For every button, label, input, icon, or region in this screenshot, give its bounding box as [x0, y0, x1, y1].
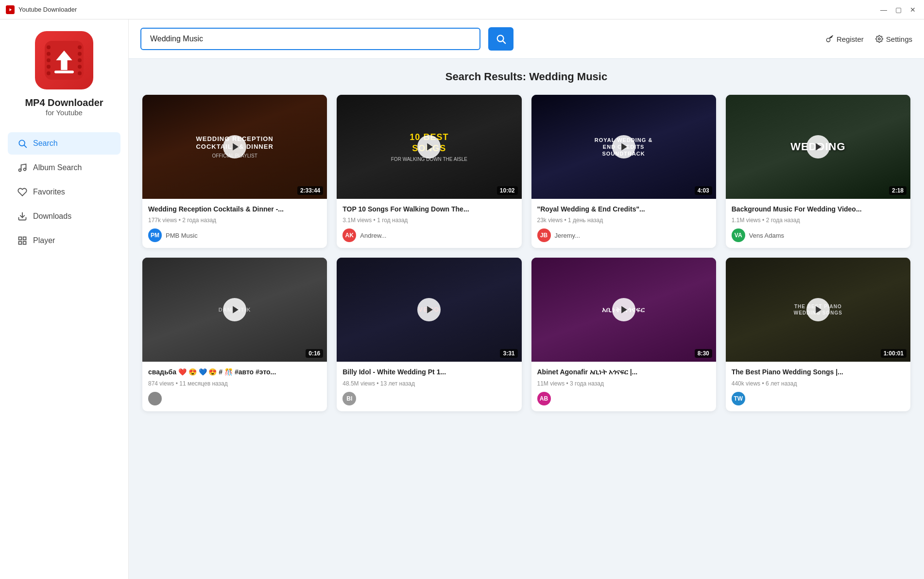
video-info: Background Music For Wedding Video... 1.…	[726, 199, 910, 248]
results-title: Search Results: Wedding Music	[142, 70, 910, 83]
music-icon	[17, 163, 27, 173]
svg-rect-22	[23, 242, 26, 245]
video-card[interactable]: Wedding 2:18 Background Music For Weddin…	[726, 95, 910, 248]
video-info: The Best Piano Wedding Songs |... 440k v…	[726, 362, 910, 411]
channel-avatar: JB	[537, 228, 551, 242]
video-meta: 440k views • 6 лет назад	[732, 380, 905, 387]
svg-point-5	[47, 58, 51, 62]
video-title: TOP 10 Songs For Walking Down The...	[342, 205, 515, 214]
svg-line-16	[24, 145, 27, 148]
sidebar-item-favorites[interactable]: Favorites	[8, 181, 120, 203]
sidebar-item-downloads-label: Downloads	[33, 212, 71, 221]
svg-point-18	[24, 168, 26, 171]
sidebar-item-favorites-label: Favorites	[33, 188, 65, 196]
svg-point-8	[78, 45, 82, 49]
settings-icon	[875, 35, 883, 43]
minimize-button[interactable]: —	[878, 4, 889, 15]
sidebar-item-player[interactable]: Player	[8, 229, 120, 252]
svg-marker-32	[816, 143, 822, 150]
channel-avatar: VA	[732, 228, 745, 242]
video-card[interactable]: DAMANTIK 0:16 свадьба ❤️ 😍 💙 😍 # 🎊 #авто…	[142, 258, 327, 411]
app-container: MP4 Downloader for Youtube Search Album …	[0, 19, 924, 579]
svg-marker-35	[621, 306, 627, 314]
duration-badge: 1:00:01	[881, 349, 907, 358]
video-meta: 23k views • 1 день назад	[537, 217, 710, 224]
play-button	[417, 298, 441, 321]
duration-badge: 0:16	[306, 349, 323, 358]
video-title: Wedding Reception Cocktails & Dinner -..…	[148, 205, 321, 214]
duration-badge: 8:30	[695, 349, 712, 358]
window-title: Youtube Downloader	[18, 6, 878, 13]
close-button[interactable]: ✕	[907, 4, 918, 15]
settings-link[interactable]: Settings	[875, 35, 912, 43]
video-channel: JB Jeremy...	[537, 228, 710, 242]
video-thumbnail: 10 BESTSONGS FOR WALKING DOWN THE AISLE …	[337, 95, 521, 199]
video-card[interactable]: WEDDING RECEPTIONCOCKTAILS & DINNER OFFI…	[142, 95, 327, 248]
search-button[interactable]	[488, 27, 513, 51]
download-icon	[17, 211, 27, 221]
video-title: "Royal Wedding & End Credits"...	[537, 205, 710, 214]
video-title: The Best Piano Wedding Songs |...	[732, 368, 905, 377]
video-card[interactable]: vevo 3:31 Billy Idol - White Wedding Pt …	[337, 258, 521, 411]
play-button	[806, 135, 830, 158]
video-info: Wedding Reception Cocktails & Dinner -..…	[142, 199, 327, 248]
channel-name: Jeremy...	[555, 232, 581, 239]
search-input-wrap	[140, 28, 480, 50]
main-content: Register Settings Search Results: Weddin…	[129, 19, 924, 579]
sidebar-item-search[interactable]: Search	[8, 132, 120, 155]
video-info: "Royal Wedding & End Credits"... 23k vie…	[531, 199, 716, 248]
duration-badge: 10:02	[497, 186, 518, 195]
svg-rect-23	[19, 242, 22, 245]
search-input[interactable]	[140, 28, 480, 50]
video-card[interactable]: አቢነት አጎናፍር 8:30 Abinet Agonafir አቢነት አጎና…	[531, 258, 716, 411]
svg-point-28	[878, 38, 880, 40]
register-label: Register	[837, 35, 864, 43]
video-channel: PM PMB Music	[148, 228, 321, 242]
video-meta: 11M views • 3 года назад	[537, 380, 710, 387]
channel-name: PMB Music	[166, 232, 198, 239]
video-meta: 48.5M views • 13 лет назад	[342, 380, 515, 387]
svg-point-3	[47, 45, 51, 49]
svg-line-27	[831, 37, 832, 37]
video-meta: 177k views • 2 года назад	[148, 217, 321, 224]
sidebar-item-album-search[interactable]: Album Search	[8, 157, 120, 179]
sidebar-item-album-search-label: Album Search	[33, 163, 82, 172]
video-info: свадьба ❤️ 😍 💙 😍 # 🎊 #авто #это... 874 v…	[142, 362, 327, 411]
sidebar-item-downloads[interactable]: Downloads	[8, 205, 120, 228]
search-button-icon	[496, 34, 506, 44]
register-link[interactable]: Register	[826, 35, 864, 43]
duration-badge: 2:33:44	[297, 186, 323, 195]
duration-badge: 4:03	[695, 186, 712, 195]
duration-badge: 3:31	[500, 349, 517, 358]
video-channel: VA Vens Adams	[732, 228, 905, 242]
video-card[interactable]: THE BEST PIANOWEDDING SONGS 1:00:01 The …	[726, 258, 910, 411]
heart-icon	[17, 187, 27, 197]
topbar: Register Settings	[129, 19, 924, 59]
svg-marker-31	[621, 143, 627, 150]
video-title: Billy Idol - White Wedding Pt 1...	[342, 368, 515, 377]
video-title: Abinet Agonafir አቢነት አጎናፍር |...	[537, 368, 710, 377]
video-card[interactable]: 10 BESTSONGS FOR WALKING DOWN THE AISLE …	[337, 95, 521, 248]
svg-point-10	[78, 58, 82, 62]
video-card[interactable]: ROYAL WEDDING &END CREDITSSOUNDTRACK 4:0…	[531, 95, 716, 248]
video-thumbnail: vevo 3:31	[337, 258, 521, 362]
results-area: Search Results: Wedding Music WEDDING RE…	[129, 59, 924, 579]
video-grid: WEDDING RECEPTIONCOCKTAILS & DINNER OFFI…	[142, 95, 910, 411]
video-title: свадьба ❤️ 😍 💙 😍 # 🎊 #авто #это...	[148, 368, 321, 377]
app-logo	[35, 31, 93, 89]
maximize-button[interactable]: ▢	[893, 4, 904, 15]
video-thumbnail: DAMANTIK 0:16	[142, 258, 327, 362]
play-button	[612, 135, 635, 158]
app-subtitle: for Youtube	[46, 108, 83, 117]
duration-badge: 2:18	[889, 186, 907, 195]
window-controls: — ▢ ✕	[878, 4, 918, 15]
video-thumbnail: አቢነት አጎናፍር 8:30	[531, 258, 716, 362]
video-channel: AB	[537, 392, 710, 405]
video-channel: AK Andrew...	[342, 228, 515, 242]
channel-avatar: AB	[537, 392, 551, 405]
play-button	[417, 135, 441, 158]
video-channel: TW	[732, 392, 905, 405]
svg-point-12	[78, 71, 82, 75]
svg-point-9	[78, 52, 82, 56]
svg-rect-20	[19, 237, 22, 240]
